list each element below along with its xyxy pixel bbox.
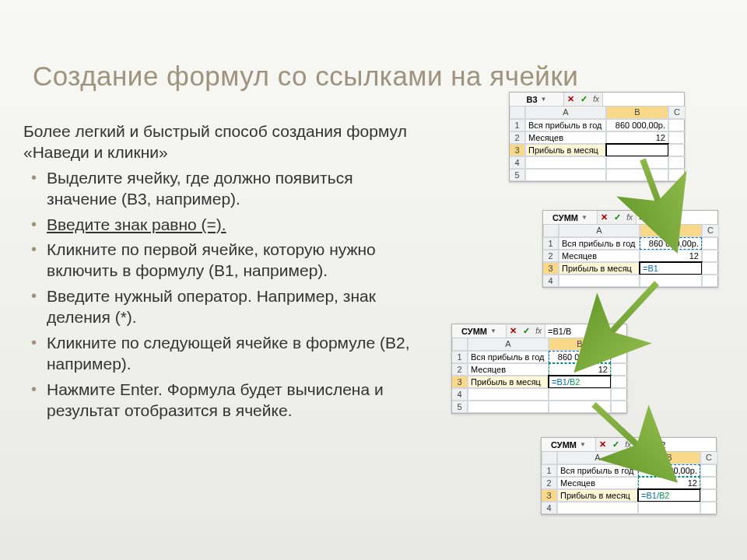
fx-icon[interactable]: fx <box>535 327 542 335</box>
editing-cell-b3[interactable]: =B1/B2 <box>549 376 611 388</box>
fx-icon[interactable]: fx <box>593 95 599 103</box>
dropdown-icon[interactable]: ▼ <box>580 441 586 448</box>
formula-bar[interactable]: =B1/B <box>545 324 626 338</box>
cancel-icon[interactable]: ✕ <box>601 212 608 222</box>
cancel-icon[interactable]: ✕ <box>567 94 574 104</box>
fx-toolbar[interactable]: ✕✓fx <box>564 93 603 106</box>
editing-cell-b3[interactable]: =B1/B2 <box>638 489 700 502</box>
bullet-4: Введите нужный оператор. Например, знак … <box>36 286 412 328</box>
selected-cell-b3[interactable] <box>606 144 668 156</box>
confirm-icon[interactable]: ✓ <box>614 212 621 222</box>
dropdown-icon[interactable]: ▼ <box>581 214 587 221</box>
col-c[interactable]: C <box>668 107 686 119</box>
name-box[interactable]: СУММ▼ <box>452 324 507 338</box>
dropdown-icon[interactable]: ▼ <box>541 96 547 103</box>
bullet-list: Выделите ячейку, где должно появиться зн… <box>23 168 412 422</box>
editing-cell-b3[interactable]: =B1 <box>640 262 702 275</box>
bullet-2: Введите знак равно (=). <box>36 215 412 236</box>
bullet-6: Нажмите Enter. Формула будет вычислена и… <box>36 380 412 422</box>
bullet-2-text: Введите знак равно (=). <box>47 215 226 233</box>
dropdown-icon[interactable]: ▼ <box>490 327 496 334</box>
bullet-1: Выделите ячейку, где должно появиться зн… <box>36 168 412 210</box>
mini-sheet-4: СУММ▼ ✕✓fx =B1/B2 ABC 1Вся прибыль в год… <box>541 437 717 515</box>
confirm-icon[interactable]: ✓ <box>523 326 530 336</box>
formula-bar[interactable] <box>603 93 684 106</box>
mini-sheet-2: СУММ▼ ✕✓fx =B1 ABC 1Вся прибыль в год860… <box>542 210 718 288</box>
formula-bar[interactable]: =B1 <box>637 211 717 224</box>
intro-text: Более легкий и быстрый способ создания ф… <box>23 121 412 163</box>
col-b[interactable]: B <box>606 107 668 119</box>
slide-title: Создание формул со ссылками на ячейки <box>33 61 578 92</box>
col-a[interactable]: A <box>525 107 606 119</box>
name-box[interactable]: СУММ▼ <box>542 438 596 451</box>
bullet-5: Кликните по следующей ячейке в формуле (… <box>36 333 412 375</box>
name-box[interactable]: СУММ▼ <box>543 211 598 224</box>
name-box[interactable]: B3▼ <box>510 93 564 106</box>
fx-icon[interactable]: fx <box>625 440 631 449</box>
mini-sheet-1: B3▼ ✕✓fx ABC 1Вся прибыль в год860 000,0… <box>509 92 685 182</box>
confirm-icon[interactable]: ✓ <box>612 439 619 450</box>
mini-sheet-3: СУММ▼ ✕✓fx =B1/B ABC 1Вся прибыль в год8… <box>451 324 627 414</box>
bullet-3: Кликните по первой ячейке, которую нужно… <box>36 240 412 282</box>
cancel-icon[interactable]: ✕ <box>599 439 606 450</box>
content-body: Более легкий и быстрый способ создания ф… <box>23 121 412 425</box>
formula-bar[interactable]: =B1/B2 <box>635 438 716 451</box>
confirm-icon[interactable]: ✓ <box>580 94 587 104</box>
fx-icon[interactable]: fx <box>626 213 633 222</box>
cancel-icon[interactable]: ✕ <box>510 326 517 336</box>
